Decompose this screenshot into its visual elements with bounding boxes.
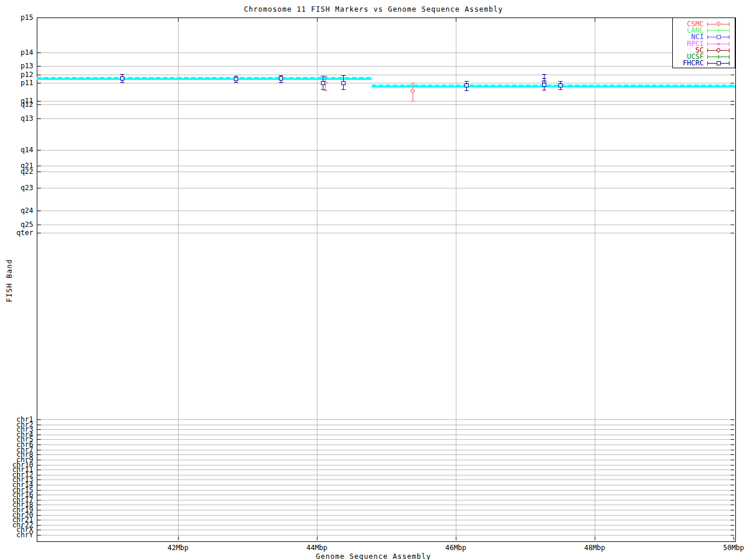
ytick-label-q25: q25: [0, 222, 33, 228]
xtick-label-48: 48Mbp: [577, 544, 612, 551]
y-axis-label: FISH Band: [5, 257, 13, 304]
ytick-left-chr12: [37, 475, 41, 475]
xtick-label-46: 46Mbp: [438, 544, 473, 551]
gridline-p14: [37, 52, 734, 53]
ytick-left-chr19: [37, 510, 41, 510]
error-bar-cap-top: [341, 75, 345, 76]
ytick-label-q14: q14: [0, 147, 33, 153]
gridline-q21: [37, 166, 734, 166]
legend-sample-cap-right: [729, 48, 729, 52]
ytick-right-chr7: [731, 450, 734, 450]
ytick-right-q12: [731, 104, 734, 105]
ytick-left-chr14: [37, 485, 41, 485]
ytick-left-chr18: [37, 505, 41, 505]
xtick-top-48: [595, 18, 595, 22]
gridline-q23: [37, 188, 734, 188]
error-bar-cap-top: [558, 81, 563, 82]
ytick-left-q25: [37, 225, 41, 225]
ytick-right-chr2: [731, 425, 734, 425]
ytick-label-p15: p15: [0, 15, 33, 20]
legend-sample-cap-left: [707, 42, 708, 46]
error-bar-cap-bottom: [279, 82, 283, 83]
ytick-right-qter: [731, 233, 734, 233]
ytick-left-p14: [37, 52, 41, 53]
gridline-chr2: [37, 425, 734, 425]
ideogram-band-dashes: [37, 77, 372, 78]
ytick-left-chr1: [37, 419, 41, 420]
ytick-right-chr13: [731, 480, 734, 480]
gridline-chr19: [37, 510, 734, 510]
gridline-q11: [37, 101, 734, 102]
marker-square: [120, 76, 124, 80]
gridline-qter: [37, 233, 734, 233]
error-bar-cap-bottom: [234, 82, 238, 83]
gridline-q14: [37, 150, 734, 150]
legend-sample-cap-right: [729, 42, 729, 46]
legend-sample-cap-left: [707, 55, 708, 59]
ytick-left-q21: [37, 166, 41, 166]
marker-square: [717, 61, 721, 65]
marker-plus-h: [717, 57, 721, 57]
marker-square: [717, 35, 721, 39]
ytick-right-chr18: [731, 505, 734, 505]
xtick-bottom-50: [734, 537, 734, 540]
ytick-label-chrY: chrY: [0, 532, 33, 538]
gridline-chr18: [37, 505, 734, 505]
x-axis-label: Genome Sequence Assembly: [0, 552, 747, 560]
ytick-right-chr1: [731, 419, 734, 420]
ytick-left-chr17: [37, 500, 41, 501]
xtick-top-44: [317, 18, 317, 22]
gridline-chr20: [37, 515, 734, 516]
ytick-left-chr8: [37, 454, 41, 455]
legend-sample-cap-right: [729, 35, 729, 39]
ytick-label-q23: q23: [0, 185, 33, 191]
ytick-left-chr9: [37, 460, 41, 460]
ytick-right-chr19: [731, 510, 734, 510]
gridline-q25: [37, 225, 734, 225]
error-bar-cap-top: [411, 83, 415, 83]
ytick-left-chr13: [37, 480, 41, 480]
ytick-right-chrX: [731, 530, 734, 530]
gridline-chr10: [37, 465, 734, 466]
legend-sample-cap-left: [707, 29, 708, 33]
ytick-left-p12: [37, 75, 41, 75]
ytick-right-q21: [731, 166, 734, 166]
error-bar-cap-bottom: [323, 90, 327, 91]
ytick-right-chr15: [731, 490, 734, 491]
ytick-label-p14: p14: [0, 50, 33, 55]
gridline-p12: [37, 75, 734, 75]
xtick-bottom-46: [456, 537, 456, 540]
error-bar-cap-top: [465, 81, 469, 82]
error-bar-cap-bottom: [542, 90, 546, 90]
ytick-right-chr16: [731, 495, 734, 495]
ytick-right-q22: [731, 172, 734, 172]
error-bar-cap-bottom: [465, 90, 469, 91]
ytick-left-chr7: [37, 450, 41, 450]
gridline-chr8: [37, 454, 734, 455]
ytick-label-q12: q12: [0, 102, 33, 107]
gridline-x-42: [178, 18, 179, 540]
ytick-label-q24: q24: [0, 208, 33, 214]
error-bar-cap-bottom: [120, 82, 124, 83]
ytick-left-chr20: [37, 515, 41, 516]
marker-plus-h: [717, 30, 721, 31]
ytick-right-chr14: [731, 485, 734, 485]
legend-sample-cap-right: [729, 61, 729, 65]
ytick-left-chrY: [37, 535, 41, 536]
ytick-right-q25: [731, 225, 734, 225]
gridline-chr11: [37, 470, 734, 470]
ytick-left-qter: [37, 233, 41, 233]
ideogram-band-dashes: [372, 85, 735, 86]
gridline-chr21: [37, 520, 734, 520]
marker-square: [465, 83, 469, 88]
ytick-left-chr6: [37, 444, 41, 445]
gridline-chr12: [37, 475, 734, 475]
gridline-chr9: [37, 460, 734, 460]
gridline-chr16: [37, 495, 734, 495]
legend-sample-cap-right: [729, 22, 729, 26]
ytick-left-q14: [37, 150, 41, 150]
ytick-left-chr4: [37, 435, 41, 435]
ideogram-band-p12: [37, 77, 372, 80]
ytick-right-chr12: [731, 475, 734, 475]
legend-sample-cap-right: [729, 55, 729, 59]
